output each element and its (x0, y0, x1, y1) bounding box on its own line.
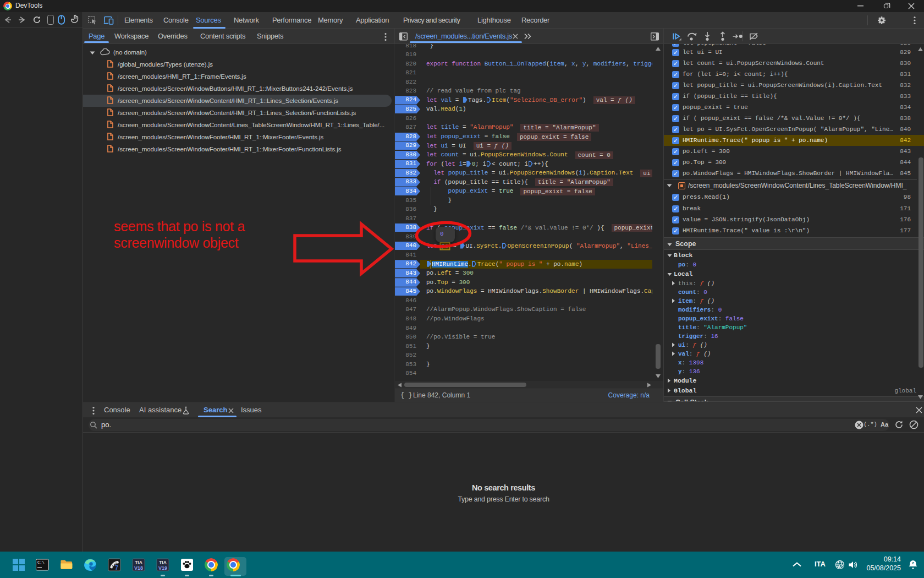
svg-text:TIA: TIA (159, 560, 167, 565)
svg-text:TIA: TIA (135, 560, 142, 565)
svg-text:V19: V19 (158, 565, 167, 571)
svg-text:V18: V18 (134, 565, 143, 571)
svg-text:7: 7 (115, 564, 118, 571)
svg-text:C:\: C:\ (37, 560, 45, 565)
svg-text:z: z (912, 561, 914, 565)
